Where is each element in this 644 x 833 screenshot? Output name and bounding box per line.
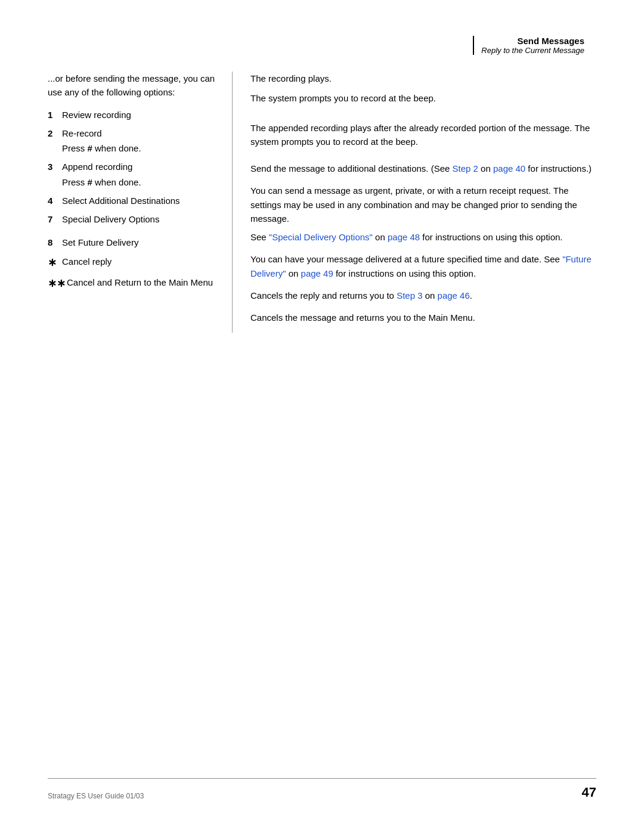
desc-8: You can have your message delivered at a… <box>250 252 596 280</box>
header-title: Send Messages <box>481 36 584 46</box>
option-1-row: 1 Review recording <box>48 108 220 122</box>
option-starstar-row: ∗∗ Cancel and Return to the Main Menu <box>48 275 220 292</box>
option-7-label: Special Delivery Options <box>62 212 159 226</box>
option-1-label: Review recording <box>62 108 131 122</box>
option-3-label: Append recording <box>62 160 132 174</box>
option-3-sublabel: Press # when done. <box>48 175 220 189</box>
step3-link[interactable]: Step 3 <box>397 290 422 301</box>
main-content: ...or before sending the message, you ca… <box>48 72 596 333</box>
option-1-number: 1 <box>48 108 62 122</box>
option-2-row: 2 Re-record <box>48 126 220 140</box>
option-7-number: 7 <box>48 212 62 226</box>
left-column: ...or before sending the message, you ca… <box>48 72 233 333</box>
desc-star: Cancels the reply and returns you to Ste… <box>250 289 596 302</box>
option-2-label: Re-record <box>62 126 102 140</box>
desc-starstar: Cancels the message and returns you to t… <box>250 311 596 324</box>
desc-4: Send the message to additional destinati… <box>250 162 596 175</box>
option-3-number: 3 <box>48 160 62 174</box>
step2-link[interactable]: Step 2 <box>453 163 478 174</box>
header-subtitle: Reply to the Current Message <box>481 46 584 55</box>
option-4-row: 4 Select Additional Destinations <box>48 194 220 208</box>
page49-link[interactable]: page 49 <box>301 268 333 278</box>
page-container: Send Messages Reply to the Current Messa… <box>0 0 644 833</box>
desc-7a: You can send a message as urgent, privat… <box>250 184 596 225</box>
option-star-label: Cancel reply <box>62 255 112 271</box>
footer-left-text: Stratagy ES User Guide 01/03 <box>48 792 144 800</box>
desc-2: The system prompts you to record at the … <box>250 91 596 105</box>
option-2-number: 2 <box>48 126 62 140</box>
option-star-row: ∗ Cancel reply <box>48 255 220 271</box>
page40-link[interactable]: page 40 <box>493 163 525 174</box>
right-column: The recording plays. The system prompts … <box>233 72 596 333</box>
option-starstar-label: Cancel and Return to the Main Menu <box>67 275 213 292</box>
desc-1: The recording plays. <box>250 72 596 85</box>
option-8-number: 8 <box>48 236 62 249</box>
header-section: Send Messages Reply to the Current Messa… <box>48 36 596 55</box>
page46-link[interactable]: page 46 <box>438 290 470 301</box>
desc-3: The appended recording plays after the a… <box>250 121 596 149</box>
intro-text: ...or before sending the message, you ca… <box>48 72 220 100</box>
page48-link[interactable]: page 48 <box>388 232 420 242</box>
option-8-row: 8 Set Future Delivery <box>48 236 220 249</box>
option-8-label: Set Future Delivery <box>62 236 138 249</box>
option-star-number: ∗ <box>48 255 62 271</box>
option-4-number: 4 <box>48 194 62 208</box>
option-3-row: 3 Append recording <box>48 160 220 174</box>
header-right: Send Messages Reply to the Current Messa… <box>473 36 584 55</box>
option-7-row: 7 Special Delivery Options <box>48 212 220 226</box>
option-starstar-number: ∗∗ <box>48 275 67 292</box>
option-2-sublabel: Press # when done. <box>48 141 220 155</box>
desc-7b: See "Special Delivery Options" on page 4… <box>250 230 596 244</box>
option-4-label: Select Additional Destinations <box>62 194 180 208</box>
footer: Stratagy ES User Guide 01/03 47 <box>48 778 596 800</box>
special-delivery-link[interactable]: "Special Delivery Options" <box>269 232 373 242</box>
page-number: 47 <box>582 785 596 800</box>
